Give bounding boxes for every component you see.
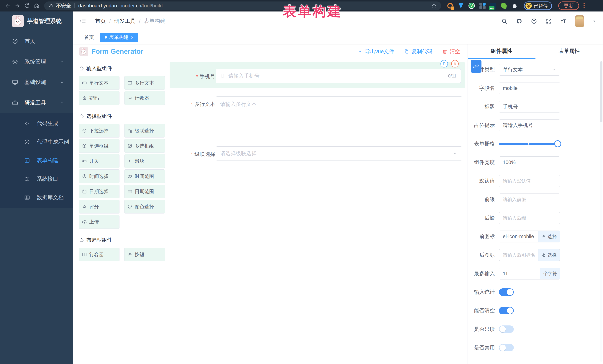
sidebar-subitem-表单构建[interactable]: 表单构建 [0,151,73,170]
palette-item-级联选择[interactable]: 级联选择 [124,124,165,138]
user-menu-caret-icon[interactable] [592,19,596,23]
component-type-select[interactable]: 单行文本 [499,64,560,76]
清空-button[interactable]: 清空 [442,48,460,55]
scrollbar-thumb[interactable] [600,61,603,122]
panel-tab-组件属性[interactable]: 组件属性 [468,44,535,59]
tab-首页[interactable]: 首页 [80,33,98,42]
toggle-能否清空[interactable] [499,307,514,314]
cascader-select[interactable]: 请选择级联选择 [216,146,462,161]
property-control: 100% [499,156,560,168]
select-icon-button[interactable]: 选择 [538,249,560,261]
browser-menu-icon[interactable] [583,3,585,8]
panel-scrollbar[interactable] [600,61,603,362]
sidebar-item-研发工具[interactable]: 研发工具 [0,92,73,113]
tab-close-icon[interactable]: × [131,35,134,40]
extension-grid-icon[interactable] [479,2,486,10]
sidebar-item-基础设施[interactable]: 基础设施 [0,72,73,92]
palette-item-时间选择[interactable]: 时间选择 [79,169,119,183]
property-input[interactable]: 请输入手机号 [499,119,560,131]
breadcrumb-item[interactable]: 首页 [95,17,106,25]
update-button[interactable]: 更新 [558,1,579,10]
canvas-field-多行文本[interactable]: *多行文本请输入多行文本 [170,96,465,132]
property-input[interactable]: 请输入前缀 [499,194,560,205]
slider-handle[interactable] [554,140,561,147]
property-label: 表单栅格 [468,140,499,147]
property-label: 是否只读 [468,326,499,333]
back-icon[interactable] [3,1,13,11]
复制代码-button[interactable]: 复制代码 [404,48,432,55]
button-label: 导出vue文件 [365,48,394,55]
forward-icon[interactable] [13,1,22,11]
user-avatar[interactable] [575,15,584,27]
palette-item-开关[interactable]: 开关 [79,154,119,168]
sidebar-item-系统管理[interactable]: 系统管理 [0,51,73,72]
phone-input[interactable]: 请输入手机号0/11 [216,69,461,83]
palette-item-多选框组[interactable]: 多选框组 [124,139,165,153]
sidebar-item-首页[interactable]: 首页 [0,31,73,51]
extension-leaf-icon[interactable] [500,2,508,10]
sidebar-subitem-数据库文档[interactable]: 数据库文档 [0,188,73,207]
extension-green-v-icon[interactable]: V [468,2,475,10]
palette-item-密码[interactable]: 密码 [79,91,119,105]
extension-on-badge-icon[interactable]: on [489,2,497,10]
toggle-是否禁用[interactable] [499,344,514,351]
delete-field-button[interactable] [451,60,459,67]
tab-表单构建[interactable]: 表单构建× [100,33,138,42]
sidebar-subitem-代码生成[interactable]: 代码生成 [0,114,73,133]
sidebar-subitem-代码生成示例[interactable]: 代码生成示例 [0,133,73,151]
property-row-默认值: 默认值请输入默认值 [468,172,603,190]
collapse-sidebar-icon[interactable] [79,17,87,25]
palette-item-颜色选择[interactable]: 颜色选择 [124,200,165,213]
property-input[interactable]: 手机号 [499,101,560,113]
toggle-输入统计[interactable] [499,288,514,296]
palette-item-计数器[interactable]: 123计数器 [124,91,165,105]
property-input[interactable]: 请输入默认值 [499,175,560,187]
reload-icon[interactable] [22,1,32,11]
toggle-是否只读[interactable] [499,325,514,333]
link-button[interactable] [471,60,481,73]
extension-orange-icon[interactable] [446,2,454,10]
font-size-icon[interactable]: TT [560,18,567,24]
canvas-field-手机号[interactable]: *手机号请输入手机号0/11 [170,62,465,88]
palette-item-评分[interactable]: 评分 [79,200,119,213]
property-input[interactable]: 请输入后缀 [499,212,560,224]
profile-chip[interactable]: 已暂停 [524,1,552,10]
palette-item-滑块[interactable]: 滑块 [124,154,165,168]
help-icon[interactable] [531,18,537,24]
canvas-field-级联选择[interactable]: *级联选择请选择级联选择 [170,146,465,161]
fullscreen-icon[interactable] [545,18,552,24]
copy-field-button[interactable] [441,60,448,67]
palette-item-上传[interactable]: 上传 [79,215,119,229]
palette-item-行容器[interactable]: 行容器 [79,248,119,261]
palette-item-单行文本[interactable]: 单行文本 [79,76,119,90]
address-bar[interactable]: 不安全 dashboard.yudao.iocoder.cn/tool/buil… [44,1,441,10]
extension-pin-icon[interactable] [457,2,464,10]
panel-tab-表单属性[interactable]: 表单属性 [535,44,603,59]
property-input[interactable]: 100% [499,156,560,168]
property-control [499,325,560,333]
palette-item-下拉选择[interactable]: 下拉选择 [79,124,119,138]
extensions-puzzle-icon[interactable] [511,2,518,10]
icon-name-input[interactable]: 请输入后图标名称 [499,249,538,261]
bookmark-icon[interactable] [431,3,437,9]
home-icon[interactable] [32,1,42,11]
app-logo[interactable]: 芋道管理系统 [0,11,73,31]
property-input[interactable]: mobile [499,82,560,94]
palette-item-时间范围[interactable]: 时间范围 [124,169,165,183]
form-grid-slider[interactable] [499,138,560,150]
sidebar-subitem-系统接口[interactable]: 系统接口 [0,170,73,188]
palette-item-日期范围[interactable]: 日期范围 [124,185,165,198]
palette-item-日期选择[interactable]: 日期选择 [79,185,119,198]
max-length-input[interactable]: 11 [499,268,540,279]
breadcrumb-item[interactable]: 研发工具 [114,17,136,25]
textarea-input[interactable]: 请输入多行文本 [216,96,462,131]
github-icon[interactable] [516,18,522,24]
slider-track[interactable] [499,143,560,145]
palette-item-按钮[interactable]: 按钮 [124,248,165,261]
palette-item-多行文本[interactable]: 多行文本 [124,76,165,90]
search-icon[interactable] [501,18,508,24]
select-icon-button[interactable]: 选择 [538,231,560,243]
palette-item-单选框组[interactable]: 单选框组 [79,139,119,153]
导出vue文件-button[interactable]: 导出vue文件 [357,48,394,55]
icon-name-input[interactable]: el-icon-mobile [499,231,538,243]
